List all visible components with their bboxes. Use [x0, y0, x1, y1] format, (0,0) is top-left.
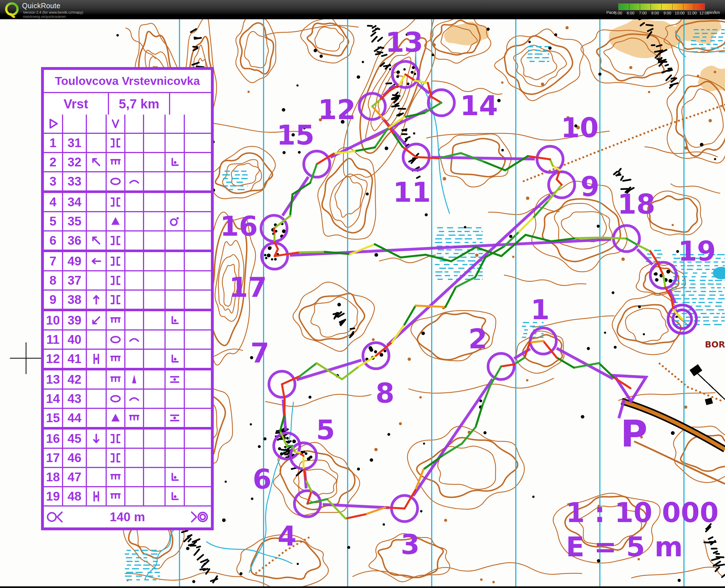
symbol-cell-e	[124, 153, 143, 171]
control-number-cell: 18	[44, 468, 62, 486]
symbol-cell-g	[164, 350, 184, 368]
control-number-cell: 1	[44, 134, 62, 152]
symbol-cell-c	[86, 331, 106, 349]
symbol-cell-e	[124, 449, 143, 467]
corner-dot-icon	[169, 314, 181, 326]
v-shape-icon	[109, 118, 121, 130]
control-number-label-18: 18	[617, 188, 655, 220]
pace-gradient-cell	[651, 4, 662, 10]
control-code-cell: 40	[62, 331, 86, 349]
taped-route-finish-icon	[187, 511, 211, 523]
symbol-cell-d	[106, 172, 124, 190]
symbol-cell-g	[164, 153, 184, 171]
control-number-label-12: 12	[318, 94, 356, 126]
symbol-cell-e	[124, 371, 143, 388]
symbol-cell-h	[184, 429, 211, 448]
symbol-cell-e	[124, 252, 143, 270]
arrow-s-icon	[90, 433, 102, 444]
version-text: Version 2.4 (for www.bestik.cz/mapy)	[23, 10, 83, 15]
control-number-label-13: 13	[385, 27, 423, 58]
control-code: 36	[68, 233, 82, 248]
symbol-cell-g	[164, 487, 184, 505]
control-number: 8	[49, 273, 56, 288]
reentrant-icon	[109, 235, 121, 247]
symbol-cell-h	[184, 468, 211, 486]
knoll-icon	[109, 412, 121, 424]
dot-lines-icon	[169, 374, 181, 385]
control-code-cell: 35	[62, 212, 86, 230]
control-number-cell: 19	[44, 487, 62, 505]
circle-dot-icon	[169, 215, 181, 227]
symbol-cell-d	[106, 252, 124, 270]
symbol-cell-h	[184, 449, 211, 467]
control-number-label-8: 8	[376, 377, 395, 409]
symbol-cell-g	[164, 409, 184, 427]
control-number-cell: 15	[44, 409, 62, 427]
symbol-cell-g	[164, 449, 184, 467]
curve-icon	[128, 175, 140, 187]
sheet-footer: 140 m	[44, 505, 211, 527]
symbol-cell-e	[124, 331, 143, 349]
control-code-cell: 43	[62, 390, 86, 408]
control-code-cell: 44	[62, 409, 86, 427]
control-number: 19	[46, 489, 60, 503]
site-link-text[interactable]: matstroeng.se/quickroute/en	[23, 15, 66, 19]
start-triangle-icon	[47, 118, 59, 130]
symbol-cell-e	[124, 193, 143, 211]
control-row: 1140	[44, 329, 211, 349]
symbol-cell-h	[184, 331, 211, 349]
earthbank-icon	[109, 471, 121, 483]
symbol-cell-f	[143, 331, 164, 349]
between-bars-icon	[90, 490, 102, 502]
reentrant-icon	[109, 255, 121, 267]
sheet-cell	[106, 114, 124, 133]
pace-tick: 8:00	[651, 11, 659, 15]
control-number: 15	[46, 411, 60, 425]
symbol-cell-f	[143, 193, 164, 211]
symbol-cell-f	[143, 371, 164, 388]
symbol-cell-c	[86, 409, 106, 427]
control-number: 7	[49, 254, 56, 268]
symbol-cell-c	[86, 252, 106, 270]
symbol-cell-h	[184, 409, 211, 427]
symbol-cell-f	[143, 449, 164, 467]
earthbank-icon	[109, 374, 121, 385]
control-code-cell: 47	[62, 468, 86, 486]
control-number: 12	[46, 352, 60, 366]
between-bars-icon	[90, 353, 102, 365]
symbol-cell-f	[143, 153, 164, 171]
control-number: 4	[49, 195, 56, 209]
control-code: 35	[68, 214, 82, 228]
control-number-label-6: 6	[253, 463, 272, 495]
reentrant-icon	[109, 452, 121, 464]
control-code-cell: 37	[62, 271, 86, 290]
symbol-cell-d	[106, 153, 124, 171]
control-row: 1847	[44, 467, 211, 486]
control-description-sheet: Toulovcova Vrstevnicovka Vrst 5,7 km 131…	[41, 67, 214, 530]
symbol-cell-h	[184, 291, 211, 309]
course-name: Vrst	[44, 93, 108, 114]
control-number-cell: 9	[44, 291, 62, 309]
control-row: 1948	[44, 486, 211, 505]
symbol-cell-h	[184, 212, 211, 230]
start-row-cell	[44, 114, 62, 133]
control-code-cell: 41	[62, 350, 86, 368]
symbol-cell-f	[143, 350, 164, 368]
control-number-cell: 14	[44, 390, 62, 408]
symbol-cell-g	[164, 390, 184, 408]
knoll-icon	[109, 215, 121, 227]
symbol-cell-f	[143, 390, 164, 408]
symbol-cell-d	[106, 468, 124, 486]
ellipse-icon	[109, 393, 121, 405]
control-code: 32	[68, 155, 82, 169]
symbol-cell-e	[124, 350, 143, 368]
symbol-cell-f	[143, 172, 164, 190]
control-row: 749	[44, 250, 211, 270]
corner-dot-icon	[169, 471, 181, 483]
control-row	[44, 114, 211, 133]
control-number-cell: 16	[44, 429, 62, 448]
control-number-label-9: 9	[581, 171, 600, 203]
symbol-cell-c	[86, 172, 106, 190]
map-equidistance-text: E = 5 m	[566, 531, 683, 563]
control-row: 333	[44, 171, 211, 190]
